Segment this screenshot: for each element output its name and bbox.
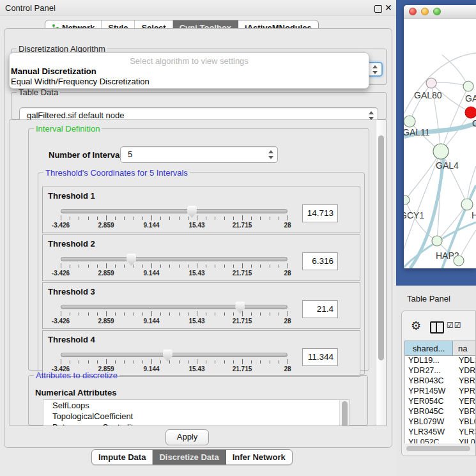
threshold-label: Threshold 3: [48, 287, 95, 296]
threshold-label: Threshold 4: [48, 335, 95, 344]
table-row[interactable]: YER054CYER0: [405, 397, 476, 407]
table-data-title: Table Data: [17, 88, 60, 97]
numerical-attributes-label: Numerical Attributes: [35, 388, 116, 397]
network-node-label: GAL11: [404, 127, 430, 137]
threshold-label: Threshold 2: [48, 239, 95, 249]
table-header-row: shared... na: [404, 341, 476, 356]
threshold-value-field[interactable]: 14.713: [302, 204, 338, 222]
control-panel-titlebar: Control Panel ✕: [0, 0, 396, 16]
interval-definition-group: Interval Definition Number of Intervals …: [28, 124, 369, 371]
tab-infer-network-label: Infer Network: [233, 452, 286, 462]
threshold-value-field[interactable]: 6.316: [302, 252, 338, 270]
thresholds-title: Threshold's Coordinates for 5 Intervals: [43, 168, 190, 178]
split-columns-icon[interactable]: [430, 321, 444, 334]
dropdown-option-manual[interactable]: Manual Discretization: [11, 66, 96, 76]
threshold-slider[interactable]: -3.4262.8599.14415.4321.71528: [61, 254, 288, 279]
slider-ticks: [61, 359, 288, 365]
dropdown-option-equal-width[interactable]: Equal Width/Frequency Discretization: [11, 77, 150, 86]
network-node[interactable]: [432, 236, 442, 246]
network-node[interactable]: [404, 116, 415, 127]
network-node[interactable]: [463, 81, 473, 91]
cell-shared-name: YER054C: [405, 397, 453, 407]
threshold-value-field[interactable]: 11.344: [302, 348, 338, 366]
cell-name: YER0: [453, 397, 476, 407]
slider-track[interactable]: [61, 305, 288, 309]
table-row[interactable]: YPR145WYPR1: [405, 387, 476, 397]
scrollbar-thumb[interactable]: [378, 135, 384, 360]
table-row[interactable]: YLR345WYLR3: [405, 427, 476, 438]
network-node[interactable]: [454, 256, 464, 266]
attribute-item[interactable]: TopologicalCoefficient: [43, 411, 349, 422]
scrollbar-thumb[interactable]: [406, 446, 470, 451]
minimize-traffic-light-icon[interactable]: [421, 8, 429, 15]
apply-button[interactable]: Apply: [165, 429, 209, 445]
column-header-name[interactable]: na: [453, 341, 476, 355]
attributes-group: Attributes to discretize Numerical Attri…: [28, 371, 368, 426]
threshold-label: Threshold 1: [48, 191, 95, 201]
attribute-item[interactable]: BetweennessCentrality: [43, 422, 349, 426]
attributes-scrollbar[interactable]: [339, 400, 349, 426]
threshold-row-1: Threshold 1 -3.4262.8599.14415.4321.7152…: [42, 187, 360, 233]
network-node[interactable]: [433, 144, 449, 159]
cell-shared-name: YBL079W: [405, 417, 453, 427]
network-node[interactable]: [465, 107, 476, 118]
threshold-value-field[interactable]: 21.4: [302, 300, 338, 318]
tab-discretize-data[interactable]: Discretize Data: [153, 450, 226, 464]
table-row[interactable]: YDR27...YDR2: [405, 366, 476, 376]
close-traffic-light-icon[interactable]: [409, 8, 417, 15]
table-horizontal-scrollbar[interactable]: [404, 444, 476, 452]
cell-shared-name: YBR043C: [405, 376, 453, 387]
interval-definition-title: Interval Definition: [34, 124, 102, 134]
scrollbar-thumb[interactable]: [342, 401, 348, 426]
bottom-tabbar: Impute Data Discretize Data Infer Networ…: [91, 449, 293, 465]
column-header-shared-name[interactable]: shared...: [405, 341, 453, 355]
slider-track[interactable]: [61, 353, 288, 357]
combo-arrows-icon: [369, 111, 374, 120]
zoom-traffic-light-icon[interactable]: [433, 8, 441, 15]
network-node[interactable]: [426, 78, 436, 88]
cell-shared-name: YDL19...: [405, 356, 453, 366]
network-view-frame: GAL80GACGAL11GAL4GCY1HHAP2: [396, 0, 476, 286]
attribute-item[interactable]: SelfLoops: [43, 400, 349, 411]
network-canvas[interactable]: GAL80GACGAL11GAL4GCY1HHAP2: [404, 18, 476, 268]
table-data-group: Table Data galFiltered.sif default node: [11, 88, 387, 119]
threshold-slider[interactable]: -3.4262.8599.14415.4321.71528: [61, 302, 288, 326]
table-row[interactable]: YIL052CYIL0: [405, 438, 476, 443]
dropdown-placeholder: Select algorithm to view settings: [10, 56, 369, 66]
cell-shared-name: YLR345W: [405, 427, 453, 438]
cell-name: YBR0: [453, 407, 476, 417]
tab-impute-data[interactable]: Impute Data: [92, 450, 153, 464]
cell-shared-name: YDR27...: [405, 366, 453, 376]
slider-track[interactable]: [61, 209, 288, 213]
control-panel: Control Panel ✕ Network Style Select Cyn…: [0, 0, 396, 476]
network-node-label: C: [472, 118, 476, 128]
network-node-label: GAL80: [414, 90, 442, 100]
slider-track[interactable]: [61, 257, 288, 261]
table-row[interactable]: YBR045CYBR0: [405, 407, 476, 417]
table-row[interactable]: YDL19...YDL1: [405, 356, 476, 366]
cell-name: YBL0: [453, 417, 476, 427]
tab-infer-network[interactable]: Infer Network: [226, 450, 292, 464]
cell-name: YDR2: [453, 366, 476, 376]
close-icon[interactable]: ✕: [385, 3, 392, 13]
cell-name: YDL1: [453, 356, 476, 366]
table-row[interactable]: YBL079WYBL0: [405, 417, 476, 427]
table-panel-title: Table Panel: [407, 294, 450, 303]
threshold-slider[interactable]: -3.4262.8599.14415.4321.71528: [61, 206, 288, 231]
network-node-label: GCY1: [404, 210, 424, 220]
network-node[interactable]: [461, 199, 473, 210]
checkbox-columns-icon[interactable]: ☑☑: [447, 321, 462, 330]
table-row[interactable]: YBR043CYBR0: [405, 376, 476, 387]
num-intervals-combobox[interactable]: 5: [120, 146, 278, 163]
network-window: GAL80GACGAL11GAL4GCY1HHAP2: [404, 5, 476, 268]
screen: Control Panel ✕ Network Style Select Cyn…: [0, 0, 476, 476]
network-node[interactable]: [404, 196, 410, 204]
attributes-list[interactable]: SelfLoops TopologicalCoefficient Between…: [43, 399, 349, 426]
float-icon[interactable]: [374, 5, 382, 13]
cell-name: YBR0: [453, 376, 476, 387]
cell-name: YLR3: [453, 427, 476, 438]
algorithm-dropdown: Select algorithm to view settings Manual…: [9, 52, 369, 89]
gear-icon[interactable]: ⚙: [411, 319, 421, 333]
thresholds-group: Threshold's Coordinates for 5 Intervals …: [38, 168, 365, 375]
settings-vertical-scrollbar[interactable]: [376, 120, 386, 426]
